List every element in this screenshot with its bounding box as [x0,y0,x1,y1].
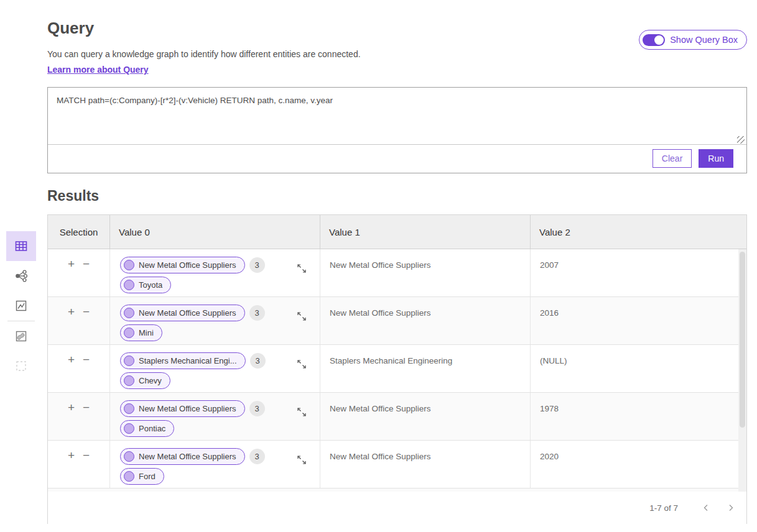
show-query-box-toggle[interactable]: Show Query Box [639,30,747,50]
query-page: Query You can query a knowledge graph to… [47,0,747,75]
path-cell: Staplers Mechanical Engi... 3 Chevy [110,345,320,392]
table-row: + − New Metal Office Suppliers 3 Pontiac [48,393,746,441]
selection-cell: + − [48,441,110,488]
query-input[interactable]: MATCH path=(c:Company)-[r*2]-(v:Vehicle)… [48,88,746,145]
vehicle-dot-icon [124,471,134,482]
entity-pill[interactable]: Staplers Mechanical Engi... [120,352,246,369]
entity-pill-label: New Metal Office Suppliers [139,308,236,318]
entity-pill-label: New Metal Office Suppliers [139,452,236,461]
vehicle-dot-icon [124,375,134,386]
value2-cell: 1978 [531,393,746,440]
remove-from-selection-button[interactable]: − [83,354,90,365]
vehicle-dot-icon [124,328,134,338]
path-count-badge: 3 [249,449,265,464]
table-row: + − Staplers Mechanical Engi... 3 Chevy [48,345,746,393]
entity-dot-icon [124,403,134,414]
expand-path-icon[interactable] [296,454,307,466]
value1-cell: New Metal Office Suppliers [320,297,531,344]
map-view-button[interactable] [6,321,36,351]
pagination-range: 1-7 of 7 [649,503,678,513]
add-to-selection-button[interactable]: + [68,354,75,365]
add-to-selection-button[interactable]: + [68,402,75,413]
selection-cell: + − [48,345,110,392]
add-to-selection-button[interactable]: + [68,306,75,318]
textarea-resize-handle[interactable] [737,136,745,144]
remove-from-selection-button[interactable]: − [83,259,90,270]
value1-cell: New Metal Office Suppliers [320,441,531,488]
table-icon [14,239,29,254]
toggle-label: Show Query Box [670,35,738,45]
column-header-value1: Value 1 [320,215,531,249]
path-cell: New Metal Office Suppliers 3 Ford [110,441,320,488]
entity-dot-icon [124,451,134,462]
scrollbar-thumb[interactable] [740,252,745,428]
remove-from-selection-button[interactable]: − [83,450,90,461]
table-row: + − New Metal Office Suppliers 3 Mini [48,297,746,345]
entity-pill[interactable]: New Metal Office Suppliers [120,257,245,273]
column-header-value0: Value 0 [110,215,320,249]
table-row: + − New Metal Office Suppliers 3 Ford [48,441,746,488]
value1-cell: Staplers Mechanical Engineering [320,345,531,392]
query-box: MATCH path=(c:Company)-[r*2]-(v:Vehicle)… [47,87,747,173]
remove-from-selection-button[interactable]: − [83,402,90,413]
map-icon [14,329,29,344]
page-description: You can query a knowledge graph to ident… [47,49,747,59]
path-cell: New Metal Office Suppliers 3 Pontiac [110,393,320,440]
vehicle-pill-label: Mini [139,328,154,337]
entity-dot-icon [124,260,134,270]
vehicle-pill-label: Pontiac [139,424,165,433]
vehicle-pill[interactable]: Ford [120,468,164,485]
path-count-badge: 3 [250,353,266,369]
query-actions: Clear Run [653,149,733,168]
value1-cell: New Metal Office Suppliers [320,249,531,296]
marquee-icon [14,359,29,374]
toggle-switch-icon[interactable] [643,34,665,46]
previous-page-button[interactable] [699,501,713,515]
path-count-badge: 3 [249,305,265,321]
vehicle-pill[interactable]: Mini [120,324,162,341]
clear-button[interactable]: Clear [653,149,692,168]
table-row: + − New Metal Office Suppliers 3 Toyota [48,249,746,297]
entity-dot-icon [124,308,134,318]
vehicle-pill[interactable]: Pontiac [120,420,174,437]
vehicle-dot-icon [124,423,134,434]
entity-pill-label: Staplers Mechanical Engi... [139,356,237,365]
entity-pill[interactable]: New Metal Office Suppliers [120,305,245,321]
vertical-scrollbar[interactable] [738,249,746,492]
add-to-selection-button[interactable]: + [68,450,75,461]
vehicle-dot-icon [124,280,134,290]
table-view-button[interactable] [6,231,36,261]
next-page-button[interactable] [724,501,738,515]
expand-path-icon[interactable] [296,263,307,274]
expand-path-icon[interactable] [296,359,307,370]
entity-pill[interactable]: New Metal Office Suppliers [120,448,245,465]
results-title: Results [47,188,99,204]
value2-cell: (NULL) [531,345,746,392]
results-table: Selection Value 0 Value 1 Value 2 + − Ne… [47,214,747,524]
path-cell: New Metal Office Suppliers 3 Mini [110,297,320,344]
column-header-value2: Value 2 [531,215,746,249]
link-chart-view-button[interactable] [6,261,36,291]
path-count-badge: 3 [249,401,265,416]
run-button[interactable]: Run [699,149,733,168]
vehicle-pill[interactable]: Chevy [120,372,170,389]
chart-view-button[interactable] [6,291,36,321]
results-view-toolbar [6,231,36,381]
vehicle-pill[interactable]: Toyota [120,277,171,293]
entity-pill[interactable]: New Metal Office Suppliers [120,400,245,417]
entity-dot-icon [124,355,134,366]
learn-more-link[interactable]: Learn more about Query [47,65,149,75]
add-to-selection-button[interactable]: + [68,259,75,270]
table-body: + − New Metal Office Suppliers 3 Toyota [48,249,746,492]
remove-from-selection-button[interactable]: − [83,306,90,318]
expand-path-icon[interactable] [296,311,307,322]
selection-tool-button [6,351,36,381]
link-chart-icon [14,268,29,283]
value2-cell: 2016 [531,297,746,344]
vehicle-pill-label: Toyota [139,280,162,290]
value2-cell: 2020 [531,441,746,488]
vehicle-pill-label: Ford [139,472,156,481]
value1-cell: New Metal Office Suppliers [320,393,531,440]
table-footer: 1-7 of 7 [48,492,746,524]
expand-path-icon[interactable] [296,406,307,418]
